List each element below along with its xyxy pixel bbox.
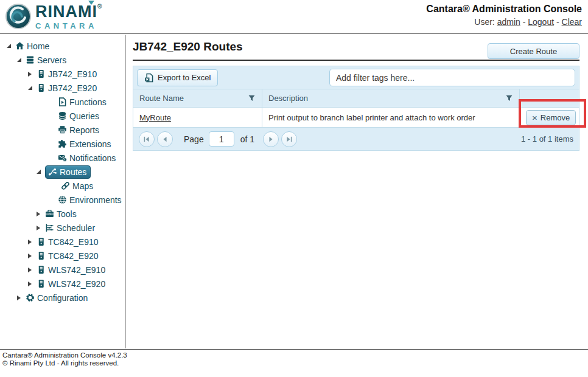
rinami-cantara-logo: RINAMI® CANTARA bbox=[5, 3, 102, 30]
server-icon bbox=[37, 251, 46, 260]
sidebar-item-label: Reports bbox=[69, 125, 99, 135]
grid-pager: Page of 1 1 - 1 of 1 items bbox=[133, 127, 579, 150]
separator: - bbox=[554, 17, 561, 27]
column-header-description[interactable]: Description bbox=[262, 89, 520, 107]
sidebar-item-label: Queries bbox=[69, 111, 99, 121]
sidebar-item-label: TC842_E920 bbox=[48, 251, 99, 261]
clear-link[interactable]: Clear bbox=[562, 17, 582, 27]
previous-page-button[interactable] bbox=[157, 131, 173, 147]
collapsed-arrow-icon[interactable] bbox=[35, 226, 42, 230]
collapsed-arrow-icon[interactable] bbox=[26, 254, 33, 258]
configuration-icon bbox=[26, 293, 35, 302]
filter-tags-input[interactable] bbox=[329, 69, 575, 86]
user-admin-link[interactable]: admin bbox=[497, 17, 520, 27]
sidebar-item-routes[interactable]: Routes bbox=[0, 165, 125, 179]
reports-icon bbox=[58, 125, 67, 134]
app-title: Cantara® Administration Console bbox=[426, 4, 582, 15]
servers-icon bbox=[26, 55, 35, 64]
sidebar-item-queries[interactable]: Queries bbox=[0, 109, 125, 123]
next-page-icon bbox=[267, 136, 275, 143]
footer-copyright-line: © Rinami Pty Ltd - All rights reserved. bbox=[2, 359, 586, 367]
remove-label: Remove bbox=[541, 113, 570, 122]
expanded-arrow-icon[interactable] bbox=[5, 44, 12, 48]
functions-icon bbox=[58, 97, 67, 106]
user-session-line: User: admin - Logout - Clear bbox=[426, 17, 582, 27]
sidebar-item-extensions[interactable]: Extensions bbox=[0, 137, 125, 151]
create-route-button[interactable]: Create Route bbox=[488, 43, 579, 59]
server-icon bbox=[37, 279, 46, 288]
sidebar-item-maps[interactable]: Maps bbox=[0, 179, 125, 193]
column-header-actions bbox=[520, 89, 579, 107]
queries-icon bbox=[58, 111, 67, 120]
collapsed-arrow-icon[interactable] bbox=[26, 240, 33, 244]
expanded-arrow-icon[interactable] bbox=[35, 170, 42, 174]
last-page-button[interactable] bbox=[281, 131, 297, 147]
top-bar: RINAMI® CANTARA Cantara® Administration … bbox=[0, 0, 588, 34]
table-header-row: Route Name Description bbox=[133, 89, 579, 108]
next-page-button[interactable] bbox=[263, 131, 279, 147]
sidebar-item-home[interactable]: Home bbox=[0, 39, 125, 53]
expanded-arrow-icon[interactable] bbox=[26, 86, 33, 90]
sidebar-item-configuration[interactable]: Configuration bbox=[0, 291, 125, 305]
previous-page-icon bbox=[161, 136, 169, 143]
routes-icon bbox=[48, 167, 57, 176]
route-myroute-link[interactable]: MyRoute bbox=[139, 113, 171, 122]
notifications-icon bbox=[58, 153, 67, 162]
sidebar-item-functions[interactable]: Functions bbox=[0, 95, 125, 109]
collapsed-arrow-icon[interactable] bbox=[15, 296, 23, 300]
sidebar-item-jb742-e920[interactable]: JB742_E920 bbox=[0, 81, 125, 95]
sidebar-item-wls742-e910[interactable]: WLS742_E910 bbox=[0, 263, 125, 277]
grid-toolbar: Export to Excel bbox=[133, 66, 579, 89]
sidebar-item-label: Maps bbox=[72, 181, 93, 191]
sidebar-item-label: Notifications bbox=[69, 153, 116, 163]
sidebar-item-tools[interactable]: Tools bbox=[0, 207, 125, 221]
tools-icon bbox=[45, 209, 54, 218]
sidebar-item-notifications[interactable]: Notifications bbox=[0, 151, 125, 165]
registered-mark: ® bbox=[97, 3, 102, 10]
sidebar-item-label: Servers bbox=[37, 55, 66, 65]
main-content: JB742_E920 Routes Create Route Export to… bbox=[127, 34, 588, 349]
filter-funnel-icon[interactable] bbox=[248, 94, 256, 102]
routes-grid: Export to Excel Route Name Description bbox=[133, 66, 579, 151]
page-number-input[interactable] bbox=[209, 131, 234, 147]
environments-icon bbox=[58, 195, 67, 204]
column-label: Route Name bbox=[139, 94, 248, 103]
sidebar-item-label: Scheduler bbox=[57, 223, 95, 233]
collapsed-arrow-icon[interactable] bbox=[26, 268, 33, 272]
expanded-arrow-icon[interactable] bbox=[15, 58, 23, 62]
logo-triangle-accent bbox=[88, 1, 94, 5]
server-icon bbox=[37, 69, 46, 78]
collapsed-arrow-icon[interactable] bbox=[35, 212, 42, 216]
selected-item-box: Routes bbox=[45, 165, 91, 179]
first-page-button[interactable] bbox=[139, 131, 155, 147]
server-icon bbox=[37, 83, 46, 92]
collapsed-arrow-icon[interactable] bbox=[26, 72, 33, 77]
collapsed-arrow-icon[interactable] bbox=[26, 282, 33, 286]
sidebar-item-wls742-e920[interactable]: WLS742_E920 bbox=[0, 277, 125, 291]
remove-button[interactable]: × Remove bbox=[526, 110, 576, 125]
filter-funnel-icon[interactable] bbox=[505, 94, 513, 102]
items-count-label: 1 - 1 of 1 items bbox=[521, 134, 573, 144]
sidebar-item-environments[interactable]: Environments bbox=[0, 193, 125, 207]
close-x-icon: × bbox=[532, 113, 537, 122]
sidebar-item-tc842-e910[interactable]: TC842_E910 bbox=[0, 235, 125, 249]
sidebar-item-label: JB742_E910 bbox=[48, 69, 97, 79]
maps-icon bbox=[61, 181, 70, 190]
sidebar-item-label: WLS742_E920 bbox=[48, 279, 105, 289]
footer: Cantara® Administration Console v4.2.3 ©… bbox=[0, 349, 588, 369]
sidebar-item-jb742-e910[interactable]: JB742_E910 bbox=[0, 67, 125, 81]
sidebar-item-label: Configuration bbox=[37, 293, 88, 303]
column-header-route-name[interactable]: Route Name bbox=[133, 89, 262, 107]
sidebar-item-reports[interactable]: Reports bbox=[0, 123, 125, 137]
sidebar-item-servers[interactable]: Servers bbox=[0, 53, 125, 67]
logout-link[interactable]: Logout bbox=[528, 17, 554, 27]
logo-sub-text: CANTARA bbox=[35, 22, 102, 30]
sidebar-item-tc842-e920[interactable]: TC842_E920 bbox=[0, 249, 125, 263]
footer-version-line: Cantara® Administration Console v4.2.3 bbox=[2, 351, 586, 359]
page-label: Page bbox=[184, 134, 204, 144]
table-row: MyRoute Print output to branch label pri… bbox=[133, 108, 579, 127]
sidebar-item-label: Tools bbox=[57, 209, 77, 219]
export-to-excel-button[interactable]: Export to Excel bbox=[137, 69, 218, 86]
logo-brand-text: RINAMI® bbox=[35, 4, 102, 20]
sidebar-item-scheduler[interactable]: Scheduler bbox=[0, 221, 125, 235]
